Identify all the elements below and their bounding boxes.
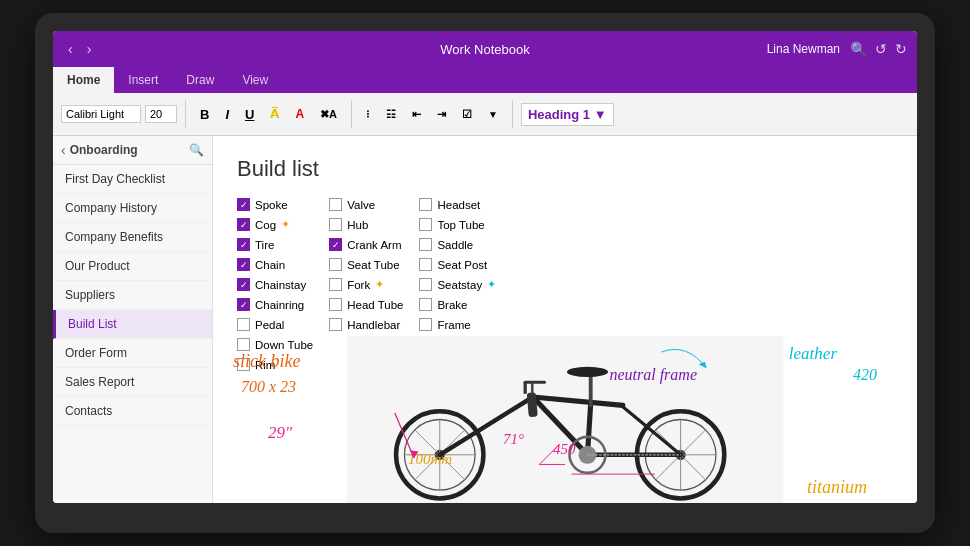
annotation-29in: 29" (268, 423, 292, 443)
clear-format-button[interactable]: ✖A (314, 105, 343, 124)
bold-button[interactable]: B (194, 104, 215, 125)
item-label: Brake (437, 299, 467, 311)
item-label: Pedal (255, 319, 284, 331)
checkbox-chain[interactable] (237, 258, 250, 271)
sidebar-item-company-benefits[interactable]: Company Benefits (53, 223, 212, 252)
tab-home[interactable]: Home (53, 67, 114, 93)
user-name: Lina Newman (767, 42, 840, 56)
list-item: Tire (237, 236, 313, 253)
separator-1 (185, 100, 186, 128)
list-item: Cog ✦ (237, 216, 313, 233)
checkbox-seat-post[interactable] (419, 258, 432, 271)
sidebar-notebook-title: Onboarding (70, 143, 185, 157)
italic-button[interactable]: I (219, 104, 235, 125)
font-name-input[interactable] (61, 105, 141, 123)
checkbox-brake[interactable] (419, 298, 432, 311)
checkbox-hub[interactable] (329, 218, 342, 231)
checkbox-spoke[interactable] (237, 198, 250, 211)
list-item: Frame (419, 316, 496, 333)
annotation-leather: leather (789, 344, 837, 364)
sidebar-item-company-history[interactable]: Company History (53, 194, 212, 223)
sidebar-item-suppliers[interactable]: Suppliers (53, 281, 212, 310)
checkbox-headset[interactable] (419, 198, 432, 211)
ribbon-tools: B I U A̅ A ✖A ⁝ ☷ ⇤ ⇥ ☑ ▼ Heading 1 ▼ (53, 93, 917, 135)
list-item: Brake (419, 296, 496, 313)
ribbon-tabs: Home Insert Draw View (53, 67, 917, 93)
annotation-neutral-frame: neutral frame (609, 366, 697, 384)
item-label: Spoke (255, 199, 288, 211)
heading-style-dropdown[interactable]: Heading 1 ▼ (521, 103, 614, 126)
search-icon[interactable]: 🔍 (850, 41, 867, 57)
list-item: Chainstay (237, 276, 313, 293)
list-item: Spoke (237, 196, 313, 213)
undo-icon[interactable]: ↺ (875, 41, 887, 57)
checkbox-seatstay[interactable] (419, 278, 432, 291)
underline-button[interactable]: U (239, 104, 260, 125)
item-label: Handlebar (347, 319, 400, 331)
checkbox-saddle[interactable] (419, 238, 432, 251)
redo-icon[interactable]: ↻ (895, 41, 907, 57)
checkbox-frame[interactable] (419, 318, 432, 331)
item-label: Top Tube (437, 219, 484, 231)
forward-button[interactable]: › (82, 39, 97, 59)
checkbox-pedal[interactable] (237, 318, 250, 331)
item-label: Head Tube (347, 299, 403, 311)
annotation-700x23: 700 x 23 (241, 378, 296, 396)
bullets-button[interactable]: ⁝ (360, 105, 376, 124)
checkbox-fork[interactable] (329, 278, 342, 291)
sidebar-item-sales-report[interactable]: Sales Report (53, 368, 212, 397)
checkbox-valve[interactable] (329, 198, 342, 211)
sidebar-item-build-list[interactable]: Build List (53, 310, 212, 339)
separator-3 (512, 100, 513, 128)
back-button[interactable]: ‹ (63, 39, 78, 59)
collapse-icon[interactable]: ‹ (61, 142, 66, 158)
list-item: Valve (329, 196, 403, 213)
checkbox-seat-tube[interactable] (329, 258, 342, 271)
checkbox-head-tube[interactable] (329, 298, 342, 311)
list-item: Top Tube (419, 216, 496, 233)
sidebar-item-order-form[interactable]: Order Form (53, 339, 212, 368)
annotation-100mm: 100mm (408, 451, 452, 468)
sidebar-item-first-day[interactable]: First Day Checklist (53, 165, 212, 194)
font-color-button[interactable]: A (289, 104, 310, 124)
item-label: Headset (437, 199, 480, 211)
checkbox-button[interactable]: ☑ (456, 105, 478, 124)
star-icon-seatstay: ✦ (487, 278, 496, 291)
tab-draw[interactable]: Draw (172, 67, 228, 93)
item-label: Frame (437, 319, 470, 331)
notebook-title: Work Notebook (440, 42, 529, 57)
sidebar-item-contacts[interactable]: Contacts (53, 397, 212, 426)
item-label: Seat Post (437, 259, 487, 271)
list-item: Fork ✦ (329, 276, 403, 293)
title-bar-right: Lina Newman 🔍 ↺ ↻ (767, 41, 907, 57)
dropdown-arrow-1[interactable]: ▼ (482, 106, 504, 123)
indent-decrease-button[interactable]: ⇤ (406, 105, 427, 124)
checkbox-tire[interactable] (237, 238, 250, 251)
star-icon: ✦ (281, 218, 290, 231)
sidebar-search-icon[interactable]: 🔍 (189, 143, 204, 157)
numbered-list-button[interactable]: ☷ (380, 105, 402, 124)
checkbox-chainstay[interactable] (237, 278, 250, 291)
list-item: Crank Arm (329, 236, 403, 253)
title-bar: ‹ › Work Notebook Lina Newman 🔍 ↺ ↻ (53, 31, 917, 67)
ribbon: Home Insert Draw View B I U A̅ A ✖A ⁝ ☷ … (53, 67, 917, 136)
sidebar-item-our-product[interactable]: Our Product (53, 252, 212, 281)
main-content: ‹ Onboarding 🔍 First Day Checklist Compa… (53, 136, 917, 503)
indent-increase-button[interactable]: ⇥ (431, 105, 452, 124)
tab-insert[interactable]: Insert (114, 67, 172, 93)
sidebar: ‹ Onboarding 🔍 First Day Checklist Compa… (53, 136, 213, 503)
title-icons: 🔍 ↺ ↻ (850, 41, 907, 57)
tab-view[interactable]: View (228, 67, 282, 93)
highlight-button[interactable]: A̅ (264, 104, 285, 124)
sidebar-header: ‹ Onboarding 🔍 (53, 136, 212, 165)
checkbox-top-tube[interactable] (419, 218, 432, 231)
separator-2 (351, 100, 352, 128)
checkbox-cog[interactable] (237, 218, 250, 231)
list-item: Handlebar (329, 316, 403, 333)
checkbox-crank-arm[interactable] (329, 238, 342, 251)
font-size-input[interactable] (145, 105, 177, 123)
checkbox-chainring[interactable] (237, 298, 250, 311)
item-label: Seat Tube (347, 259, 399, 271)
item-label: Seatstay (437, 279, 482, 291)
checkbox-handlebar[interactable] (329, 318, 342, 331)
